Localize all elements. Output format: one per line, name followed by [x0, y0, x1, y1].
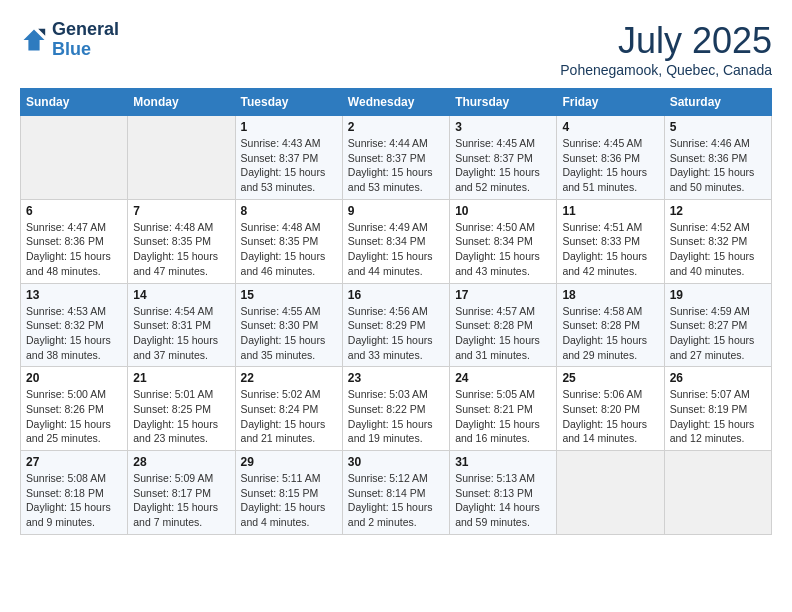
day-info: Sunrise: 5:01 AM Sunset: 8:25 PM Dayligh… [133, 387, 229, 446]
day-info: Sunrise: 4:49 AM Sunset: 8:34 PM Dayligh… [348, 220, 444, 279]
day-info: Sunrise: 4:54 AM Sunset: 8:31 PM Dayligh… [133, 304, 229, 363]
day-number: 12 [670, 204, 766, 218]
calendar-cell: 2Sunrise: 4:44 AM Sunset: 8:37 PM Daylig… [342, 116, 449, 200]
day-number: 8 [241, 204, 337, 218]
day-number: 23 [348, 371, 444, 385]
calendar-cell: 31Sunrise: 5:13 AM Sunset: 8:13 PM Dayli… [450, 451, 557, 535]
calendar-cell: 27Sunrise: 5:08 AM Sunset: 8:18 PM Dayli… [21, 451, 128, 535]
day-info: Sunrise: 5:03 AM Sunset: 8:22 PM Dayligh… [348, 387, 444, 446]
calendar-cell: 28Sunrise: 5:09 AM Sunset: 8:17 PM Dayli… [128, 451, 235, 535]
calendar-cell [21, 116, 128, 200]
day-info: Sunrise: 5:09 AM Sunset: 8:17 PM Dayligh… [133, 471, 229, 530]
calendar-cell: 24Sunrise: 5:05 AM Sunset: 8:21 PM Dayli… [450, 367, 557, 451]
day-number: 3 [455, 120, 551, 134]
calendar-cell: 29Sunrise: 5:11 AM Sunset: 8:15 PM Dayli… [235, 451, 342, 535]
calendar-cell: 15Sunrise: 4:55 AM Sunset: 8:30 PM Dayli… [235, 283, 342, 367]
day-info: Sunrise: 5:13 AM Sunset: 8:13 PM Dayligh… [455, 471, 551, 530]
calendar-cell: 1Sunrise: 4:43 AM Sunset: 8:37 PM Daylig… [235, 116, 342, 200]
day-info: Sunrise: 4:58 AM Sunset: 8:28 PM Dayligh… [562, 304, 658, 363]
calendar-cell: 16Sunrise: 4:56 AM Sunset: 8:29 PM Dayli… [342, 283, 449, 367]
day-number: 13 [26, 288, 122, 302]
calendar-cell: 25Sunrise: 5:06 AM Sunset: 8:20 PM Dayli… [557, 367, 664, 451]
day-number: 16 [348, 288, 444, 302]
day-number: 5 [670, 120, 766, 134]
day-number: 24 [455, 371, 551, 385]
calendar-table: SundayMondayTuesdayWednesdayThursdayFrid… [20, 88, 772, 535]
day-number: 1 [241, 120, 337, 134]
day-number: 9 [348, 204, 444, 218]
calendar-cell: 21Sunrise: 5:01 AM Sunset: 8:25 PM Dayli… [128, 367, 235, 451]
month-title: July 2025 [560, 20, 772, 62]
calendar-cell: 20Sunrise: 5:00 AM Sunset: 8:26 PM Dayli… [21, 367, 128, 451]
day-info: Sunrise: 5:07 AM Sunset: 8:19 PM Dayligh… [670, 387, 766, 446]
calendar-week-row: 27Sunrise: 5:08 AM Sunset: 8:18 PM Dayli… [21, 451, 772, 535]
day-number: 14 [133, 288, 229, 302]
calendar-cell: 5Sunrise: 4:46 AM Sunset: 8:36 PM Daylig… [664, 116, 771, 200]
day-info: Sunrise: 4:50 AM Sunset: 8:34 PM Dayligh… [455, 220, 551, 279]
calendar-cell: 10Sunrise: 4:50 AM Sunset: 8:34 PM Dayli… [450, 199, 557, 283]
calendar-cell: 30Sunrise: 5:12 AM Sunset: 8:14 PM Dayli… [342, 451, 449, 535]
calendar-cell: 11Sunrise: 4:51 AM Sunset: 8:33 PM Dayli… [557, 199, 664, 283]
title-block: July 2025 Pohenegamook, Quebec, Canada [560, 20, 772, 78]
day-number: 29 [241, 455, 337, 469]
day-info: Sunrise: 4:48 AM Sunset: 8:35 PM Dayligh… [133, 220, 229, 279]
header-sunday: Sunday [21, 89, 128, 116]
day-info: Sunrise: 4:52 AM Sunset: 8:32 PM Dayligh… [670, 220, 766, 279]
calendar-cell: 17Sunrise: 4:57 AM Sunset: 8:28 PM Dayli… [450, 283, 557, 367]
calendar-week-row: 13Sunrise: 4:53 AM Sunset: 8:32 PM Dayli… [21, 283, 772, 367]
day-number: 20 [26, 371, 122, 385]
header-saturday: Saturday [664, 89, 771, 116]
day-number: 21 [133, 371, 229, 385]
calendar-week-row: 1Sunrise: 4:43 AM Sunset: 8:37 PM Daylig… [21, 116, 772, 200]
header-thursday: Thursday [450, 89, 557, 116]
header-wednesday: Wednesday [342, 89, 449, 116]
day-number: 25 [562, 371, 658, 385]
page-header: General Blue July 2025 Pohenegamook, Que… [20, 20, 772, 78]
calendar-cell [664, 451, 771, 535]
day-info: Sunrise: 5:00 AM Sunset: 8:26 PM Dayligh… [26, 387, 122, 446]
calendar-cell: 3Sunrise: 4:45 AM Sunset: 8:37 PM Daylig… [450, 116, 557, 200]
day-number: 19 [670, 288, 766, 302]
location-subtitle: Pohenegamook, Quebec, Canada [560, 62, 772, 78]
calendar-week-row: 20Sunrise: 5:00 AM Sunset: 8:26 PM Dayli… [21, 367, 772, 451]
day-info: Sunrise: 4:56 AM Sunset: 8:29 PM Dayligh… [348, 304, 444, 363]
day-number: 17 [455, 288, 551, 302]
calendar-header-row: SundayMondayTuesdayWednesdayThursdayFrid… [21, 89, 772, 116]
day-number: 28 [133, 455, 229, 469]
day-number: 2 [348, 120, 444, 134]
logo-line1: General [52, 20, 119, 40]
calendar-cell: 6Sunrise: 4:47 AM Sunset: 8:36 PM Daylig… [21, 199, 128, 283]
logo-icon [20, 26, 48, 54]
day-number: 30 [348, 455, 444, 469]
calendar-cell: 4Sunrise: 4:45 AM Sunset: 8:36 PM Daylig… [557, 116, 664, 200]
calendar-cell: 18Sunrise: 4:58 AM Sunset: 8:28 PM Dayli… [557, 283, 664, 367]
day-number: 11 [562, 204, 658, 218]
logo: General Blue [20, 20, 119, 60]
header-friday: Friday [557, 89, 664, 116]
calendar-cell: 19Sunrise: 4:59 AM Sunset: 8:27 PM Dayli… [664, 283, 771, 367]
day-info: Sunrise: 5:11 AM Sunset: 8:15 PM Dayligh… [241, 471, 337, 530]
day-info: Sunrise: 5:06 AM Sunset: 8:20 PM Dayligh… [562, 387, 658, 446]
header-monday: Monday [128, 89, 235, 116]
calendar-cell: 14Sunrise: 4:54 AM Sunset: 8:31 PM Dayli… [128, 283, 235, 367]
svg-marker-0 [24, 29, 45, 50]
calendar-cell: 26Sunrise: 5:07 AM Sunset: 8:19 PM Dayli… [664, 367, 771, 451]
day-number: 7 [133, 204, 229, 218]
calendar-cell: 13Sunrise: 4:53 AM Sunset: 8:32 PM Dayli… [21, 283, 128, 367]
day-info: Sunrise: 4:43 AM Sunset: 8:37 PM Dayligh… [241, 136, 337, 195]
day-info: Sunrise: 4:57 AM Sunset: 8:28 PM Dayligh… [455, 304, 551, 363]
calendar-cell: 23Sunrise: 5:03 AM Sunset: 8:22 PM Dayli… [342, 367, 449, 451]
day-info: Sunrise: 4:44 AM Sunset: 8:37 PM Dayligh… [348, 136, 444, 195]
day-info: Sunrise: 4:51 AM Sunset: 8:33 PM Dayligh… [562, 220, 658, 279]
logo-line2: Blue [52, 40, 119, 60]
day-info: Sunrise: 4:53 AM Sunset: 8:32 PM Dayligh… [26, 304, 122, 363]
day-number: 31 [455, 455, 551, 469]
day-info: Sunrise: 5:12 AM Sunset: 8:14 PM Dayligh… [348, 471, 444, 530]
day-info: Sunrise: 4:48 AM Sunset: 8:35 PM Dayligh… [241, 220, 337, 279]
day-info: Sunrise: 5:08 AM Sunset: 8:18 PM Dayligh… [26, 471, 122, 530]
day-number: 4 [562, 120, 658, 134]
calendar-cell: 12Sunrise: 4:52 AM Sunset: 8:32 PM Dayli… [664, 199, 771, 283]
calendar-week-row: 6Sunrise: 4:47 AM Sunset: 8:36 PM Daylig… [21, 199, 772, 283]
header-tuesday: Tuesday [235, 89, 342, 116]
day-info: Sunrise: 4:45 AM Sunset: 8:37 PM Dayligh… [455, 136, 551, 195]
